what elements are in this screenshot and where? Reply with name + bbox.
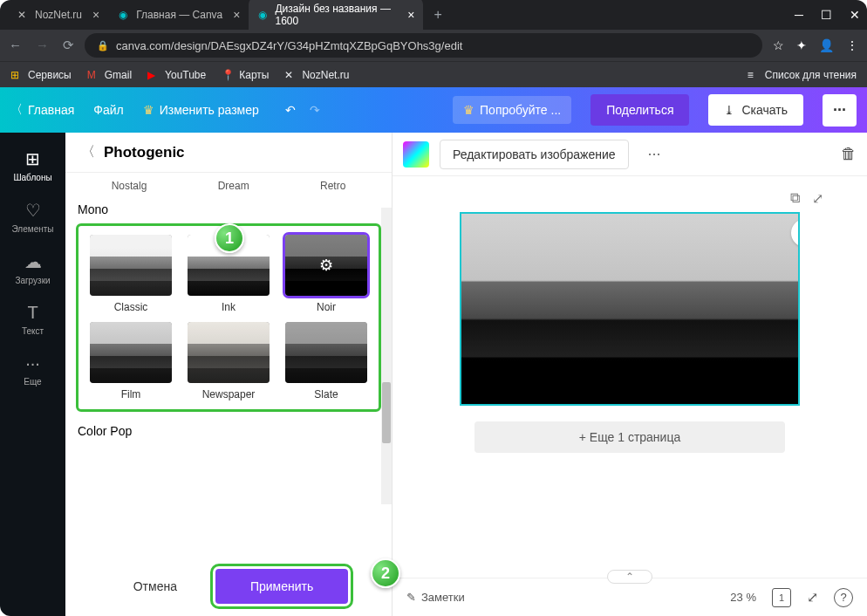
more-menu-button[interactable]: ··· <box>823 94 857 127</box>
filter-noir[interactable]: ⚙Noir <box>283 235 370 313</box>
rail-text[interactable]: TТекст <box>0 294 65 345</box>
canvas-area: Редактировать изображение ··· 🗑 ⧉ ⤢ ⟳ + … <box>393 133 867 616</box>
expand-pages-icon[interactable]: ⌃ <box>607 570 652 584</box>
uploads-icon: ☁ <box>24 251 42 272</box>
annotation-2: 2 <box>371 558 400 588</box>
share-button[interactable]: Поделиться <box>591 94 689 126</box>
effects-panel: 〈 Photogenic Nostalg Dream Retro Mono Cl… <box>65 133 393 616</box>
close-icon[interactable]: × <box>92 8 99 22</box>
fullscreen-icon[interactable]: ⤢ <box>807 589 818 606</box>
redo-icon[interactable]: ↷ <box>310 103 320 117</box>
menu-icon[interactable]: ⋮ <box>846 38 858 52</box>
rail-templates[interactable]: ⊞Шаблоны <box>0 140 65 191</box>
add-icon[interactable]: ⤢ <box>812 190 823 207</box>
back-icon[interactable]: ← <box>9 38 22 53</box>
undo-icon[interactable]: ↶ <box>285 103 296 117</box>
annotation-1: 1 <box>215 223 244 253</box>
lock-icon: 🔒 <box>97 40 109 51</box>
text-icon: T <box>27 303 38 323</box>
page-indicator[interactable]: 1 <box>772 588 791 607</box>
rail-uploads[interactable]: ☁Загрузки <box>0 243 65 294</box>
filter-film[interactable]: Film <box>87 322 174 400</box>
panel-title: Photogenic <box>104 144 185 161</box>
bookmark-services[interactable]: ⊞Сервисы <box>10 69 72 81</box>
home-button[interactable]: 〈Главная <box>10 102 74 118</box>
tab-title: Главная — Canva <box>136 9 222 21</box>
canvas-viewport[interactable]: ⧉ ⤢ ⟳ + Еще 1 страница <box>393 176 867 616</box>
canvas-toolbar: Редактировать изображение ··· 🗑 <box>393 133 867 176</box>
duplicate-icon[interactable]: ⧉ <box>790 190 800 207</box>
rail-more[interactable]: ···Еще <box>0 345 65 395</box>
bookmark-gmail[interactable]: MGmail <box>87 69 132 81</box>
elements-icon: ♡ <box>25 200 41 221</box>
more-icon: ··· <box>25 353 40 373</box>
add-page-button[interactable]: + Еще 1 страница <box>474 421 785 453</box>
close-icon[interactable]: × <box>233 8 240 22</box>
canva-icon: ◉ <box>257 9 268 21</box>
section-colorpop: Color Pop <box>76 421 381 445</box>
noznet-icon: ✕ <box>16 9 28 21</box>
browser-tab-active[interactable]: ◉ Дизайн без названия — 1600 × <box>249 0 423 32</box>
previous-filter-row: Nostalg Dream Retro <box>76 178 381 199</box>
sliders-icon: ⚙ <box>319 256 333 275</box>
bookmark-maps[interactable]: 📍Карты <box>222 69 269 81</box>
try-pro-button[interactable]: ♛Попробуйте ... <box>453 96 571 124</box>
templates-icon: ⊞ <box>25 148 40 169</box>
reload-icon[interactable]: ⟳ <box>63 38 74 53</box>
url-text: canva.com/design/DAEsgxDZ4rY/G34pHZmtqXZ… <box>116 39 462 52</box>
section-mono: Mono <box>76 199 381 223</box>
filter-classic[interactable]: Classic <box>87 235 174 313</box>
maximize-icon[interactable]: ☐ <box>821 8 832 22</box>
help-icon[interactable]: ? <box>834 588 853 607</box>
new-tab-button[interactable]: + <box>423 7 452 23</box>
browser-titlebar: ✕ NozNet.ru × ◉ Главная — Canva × ◉ Диза… <box>0 0 867 30</box>
app-topbar: 〈Главная Файл ♛Изменить размер ↶ ↷ ♛Попр… <box>0 87 867 133</box>
canvas-image[interactable]: ⟳ <box>460 212 800 406</box>
edit-image-button[interactable]: Редактировать изображение <box>440 140 629 169</box>
bottom-bar: ⌃ ✎Заметки 23 % 1 ⤢ ? <box>393 578 867 616</box>
pencil-icon: ✎ <box>406 591 416 604</box>
color-swatch[interactable] <box>403 141 429 168</box>
rail-elements[interactable]: ♡Элементы <box>0 191 65 243</box>
download-button[interactable]: ⤓Скачать <box>708 94 803 126</box>
crown-icon: ♛ <box>463 103 474 117</box>
filter-slate[interactable]: Slate <box>283 322 370 400</box>
close-window-icon[interactable]: ✕ <box>850 8 860 22</box>
back-icon[interactable]: 〈 <box>81 143 95 161</box>
panel-header: 〈 Photogenic <box>65 133 392 173</box>
close-icon[interactable]: × <box>407 8 414 22</box>
file-menu[interactable]: Файл <box>93 103 123 117</box>
forward-icon[interactable]: → <box>36 38 49 53</box>
cancel-button[interactable]: Отмена <box>109 569 201 604</box>
trash-icon[interactable]: 🗑 <box>841 145 857 163</box>
filter-newspaper[interactable]: Newspaper <box>185 322 272 400</box>
bookmarks-bar: ⊞Сервисы MGmail ▶YouTube 📍Карты ✕NozNet.… <box>0 61 867 87</box>
zoom-control[interactable]: 23 % <box>730 591 756 604</box>
download-icon: ⤓ <box>724 103 734 117</box>
reading-list[interactable]: ≡Список для чтения <box>748 69 857 81</box>
crown-icon: ♛ <box>143 103 154 117</box>
more-icon[interactable]: ··· <box>639 140 670 168</box>
window-controls: ─ ☐ ✕ <box>795 8 860 22</box>
browser-tab[interactable]: ◉ Главная — Canva × <box>108 3 249 27</box>
tab-title: NozNet.ru <box>35 9 82 21</box>
canva-icon: ◉ <box>117 9 129 21</box>
panel-footer: Отмена Применить <box>65 557 392 616</box>
chevron-left-icon: 〈 <box>10 102 23 118</box>
star-icon[interactable]: ☆ <box>773 38 784 52</box>
avatar-icon[interactable]: 👤 <box>819 38 834 52</box>
browser-addressbar: ← → ⟳ 🔒 canva.com/design/DAEsgxDZ4rY/G34… <box>0 30 867 61</box>
page-tools: ⧉ ⤢ <box>790 190 850 207</box>
url-input[interactable]: 🔒 canva.com/design/DAEsgxDZ4rY/G34pHZmtq… <box>85 33 762 58</box>
bookmark-noznet[interactable]: ✕NozNet.ru <box>284 69 349 81</box>
resize-button[interactable]: ♛Изменить размер <box>143 103 259 117</box>
extensions-icon[interactable]: ✦ <box>796 38 807 52</box>
minimize-icon[interactable]: ─ <box>795 8 803 22</box>
tab-title: Дизайн без названия — 1600 <box>275 3 397 27</box>
main-area: ⊞Шаблоны ♡Элементы ☁Загрузки TТекст ···Е… <box>0 133 867 616</box>
bookmark-youtube[interactable]: ▶YouTube <box>147 69 206 81</box>
browser-tab[interactable]: ✕ NozNet.ru × <box>7 3 108 27</box>
notes-button[interactable]: ✎Заметки <box>406 591 465 604</box>
apply-button[interactable]: Применить <box>215 569 348 604</box>
scrollbar[interactable] <box>381 208 392 504</box>
